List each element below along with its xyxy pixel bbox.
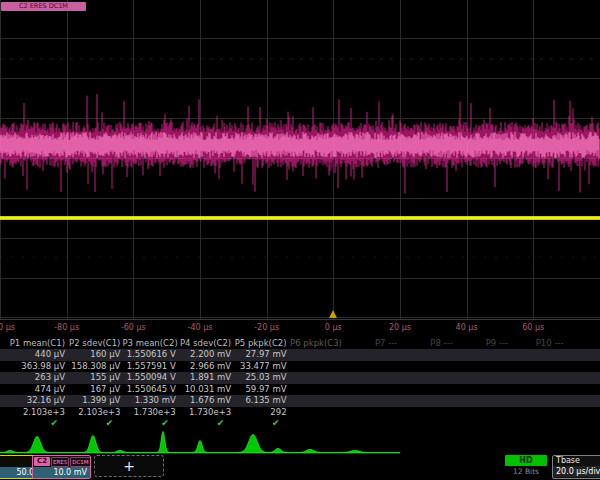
timebase-descriptor[interactable]: Tbase 20.0 µs/div [552, 455, 600, 479]
time-axis-label: -20 µs [254, 323, 279, 332]
measure-max-cell: 474 µV [0, 384, 67, 396]
time-axis-label: -80 µs [54, 323, 79, 332]
measure-min-cell: 1.891 mV [178, 372, 233, 384]
measure-value-cell: 2.200 mV [178, 349, 233, 361]
c2-eres-chip: ERES [51, 457, 69, 467]
measurement-table: P1 mean(C1)P2 sdev(C1)P3 mean(C2)P4 sdev… [0, 338, 600, 428]
param-header[interactable]: P3 mean(C2) [122, 338, 177, 349]
measure-num-cell: 1.730e+3 [178, 407, 233, 419]
measure-mean-cell: 33.477 mV [233, 361, 288, 373]
status-check [344, 418, 399, 428]
time-axis-label: -40 µs [188, 323, 213, 332]
status-check [289, 418, 344, 428]
measure-num-cell [344, 407, 399, 419]
param-header[interactable]: P5 pkpk(C2) [233, 338, 288, 349]
measure-value-cell [510, 349, 565, 361]
measure-sdev-cell [344, 395, 399, 407]
status-check: ✔ [0, 418, 67, 428]
measure-mean-cell [344, 361, 399, 373]
measure-sdev-cell: 6.135 mV [233, 395, 288, 407]
measure-num-cell [399, 407, 454, 419]
measure-num-cell: 2.103e+3 [67, 407, 122, 419]
measure-value-cell [455, 349, 510, 361]
measure-sdev-cell [455, 395, 510, 407]
oscilloscope-screen: C2 ERES DC1M -100 µs-80 µs-60 µs-40 µs-2… [0, 0, 600, 480]
measure-min-cell [344, 372, 399, 384]
timebase-label: Tbase [553, 456, 600, 466]
measure-min-cell [566, 372, 600, 384]
measure-value-cell [289, 349, 344, 361]
param-header-unused[interactable]: P10 --- [510, 338, 565, 349]
measure-max-cell [566, 384, 600, 396]
trace-descriptor-badge[interactable]: C2 ERES DC1M [1, 2, 86, 11]
time-axis-label: -100 µs [0, 323, 15, 332]
time-axis-label: 20 µs [389, 323, 411, 332]
hd-mode-badge: HD [505, 455, 547, 466]
measure-sdev-cell: 1.330 mV [122, 395, 177, 407]
measure-value-cell: 27.97 mV [233, 349, 288, 361]
measure-value-cell [399, 349, 454, 361]
measure-value-cell [566, 349, 600, 361]
status-check: ✔ [67, 418, 122, 428]
measure-max-cell [289, 384, 344, 396]
param-header-unused[interactable]: P6 pkpk(C3) [289, 338, 344, 349]
measure-num-cell [510, 407, 565, 419]
measure-value-cell: 1.550616 V [122, 349, 177, 361]
time-axis-label: 0 µs [325, 323, 342, 332]
measure-max-cell [399, 384, 454, 396]
waveform-grid [0, 0, 600, 320]
measure-max-cell [344, 384, 399, 396]
param-header-unused[interactable]: P11 [566, 338, 600, 349]
param-header-unused[interactable]: P8 --- [399, 338, 454, 349]
measure-min-cell: 155 µV [67, 372, 122, 384]
channel-c2-descriptor[interactable]: C2 ERES DC1M 10.0 mV [32, 455, 91, 479]
measure-min-cell: 25.03 mV [233, 372, 288, 384]
measure-mean-cell: 1.557591 V [122, 361, 177, 373]
measure-num-cell: 2.103e+3 [0, 407, 67, 419]
measure-sdev-cell: 1.676 mV [178, 395, 233, 407]
measure-sdev-cell [289, 395, 344, 407]
param-header-unused[interactable]: P9 --- [455, 338, 510, 349]
c2-coupling-chip: DC1M [70, 457, 90, 467]
measure-num-cell: 292 [233, 407, 288, 419]
measure-value-cell: 440 µV [0, 349, 67, 361]
measure-value-cell [344, 349, 399, 361]
measure-max-cell: 167 µV [67, 384, 122, 396]
measure-num-cell [566, 407, 600, 419]
measure-sdev-cell [399, 395, 454, 407]
measure-mean-cell: 2.966 mV [178, 361, 233, 373]
bottom-status-bar: DC1M 50.0 mV C2 ERES DC1M 10.0 mV + HD 1… [0, 454, 600, 480]
c2-label-chip: C2 [34, 457, 50, 466]
measure-max-cell [455, 384, 510, 396]
status-check: ✔ [233, 418, 288, 428]
measure-max-cell [510, 384, 565, 396]
measure-num-cell: 1.730e+3 [122, 407, 177, 419]
measure-value-cell: 160 µV [67, 349, 122, 361]
measure-min-cell: 263 µV [0, 372, 67, 384]
param-header[interactable]: P1 mean(C1) [0, 338, 67, 349]
measure-sdev-cell: 32.16 µV [0, 395, 67, 407]
param-header[interactable]: P2 sdev(C1) [67, 338, 122, 349]
measure-mean-cell [289, 361, 344, 373]
measure-sdev-cell [566, 395, 600, 407]
measure-max-cell: 59.97 mV [233, 384, 288, 396]
time-axis-label: 40 µs [456, 323, 478, 332]
status-check [399, 418, 454, 428]
measure-num-cell [289, 407, 344, 419]
time-axis-label: 60 µs [522, 323, 544, 332]
measure-sdev-cell: 1.399 µV [67, 395, 122, 407]
measure-mean-cell: 363.98 µV [0, 361, 67, 373]
c2-scale-value: 10.0 mV [33, 467, 90, 478]
add-trace-button[interactable]: + [94, 455, 164, 477]
measurement-histogram-trace [0, 428, 600, 456]
status-check [455, 418, 510, 428]
measure-max-cell: 1.550645 V [122, 384, 177, 396]
measure-num-cell [455, 407, 510, 419]
time-axis-label: -60 µs [121, 323, 146, 332]
param-header-unused[interactable]: P7 --- [344, 338, 399, 349]
param-header[interactable]: P4 sdev(C2) [178, 338, 233, 349]
measure-min-cell [399, 372, 454, 384]
measure-mean-cell [399, 361, 454, 373]
status-check [510, 418, 565, 428]
measure-min-cell [289, 372, 344, 384]
